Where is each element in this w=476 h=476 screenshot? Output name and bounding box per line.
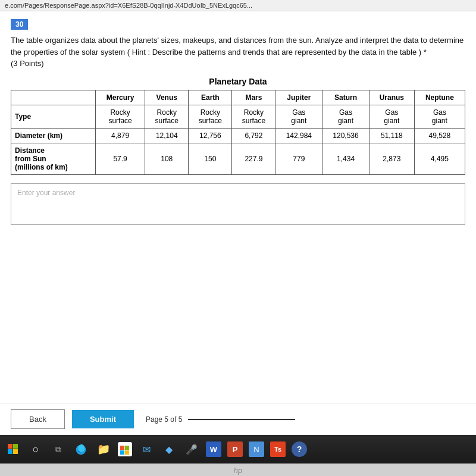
ts-app-icon[interactable]: Ts	[270, 441, 286, 457]
taskbar-left: ○ ⧉ 📁 ✉ ◆ 🎤 W	[5, 441, 307, 458]
svg-rect-2	[8, 449, 12, 454]
uranus-diameter: 51,118	[369, 128, 414, 143]
mars-type: Rockysurface	[232, 105, 275, 128]
svg-rect-3	[13, 449, 18, 454]
saturn-type: Gasgiant	[322, 105, 369, 128]
main-content: 30 The table organizes data about the pl…	[0, 11, 476, 403]
bottom-bar: Back Submit Page 5 of 5	[0, 403, 476, 435]
search-icon[interactable]: ○	[27, 441, 44, 458]
microphone-icon[interactable]: 🎤	[183, 441, 200, 458]
taskbar: ○ ⧉ 📁 ✉ ◆ 🎤 W	[0, 435, 476, 464]
saturn-distance: 1,434	[322, 143, 369, 174]
svg-rect-7	[125, 446, 129, 450]
col-header-venus: Venus	[145, 90, 189, 105]
mail-icon[interactable]: ✉	[138, 441, 155, 458]
venus-type: Rockysurface	[145, 105, 189, 128]
col-header-uranus: Uranus	[369, 90, 414, 105]
mercury-type: Rockysurface	[95, 105, 145, 128]
address-bar[interactable]: e.com/Pages/ResponsePage.aspx?id=X6EfS28…	[0, 0, 476, 11]
url-text: e.com/Pages/ResponsePage.aspx?id=X6EfS28…	[5, 2, 252, 9]
table-row-diameter: Diameter (km) 4,879 12,104 12,756 6,792 …	[11, 128, 465, 143]
table-row-type: Type Rockysurface Rockysurface Rockysurf…	[11, 105, 465, 128]
svg-rect-0	[8, 444, 12, 449]
row-label-diameter: Diameter (km)	[11, 128, 96, 143]
powerpoint-icon[interactable]: P	[227, 441, 243, 457]
mercury-diameter: 4,879	[95, 128, 145, 143]
jupiter-distance: 779	[275, 143, 322, 174]
back-button[interactable]: Back	[11, 409, 65, 429]
col-header-neptune: Neptune	[414, 90, 465, 105]
col-header-jupiter: Jupiter	[275, 90, 322, 105]
earth-diameter: 12,756	[189, 128, 232, 143]
uranus-type: Gasgiant	[369, 105, 414, 128]
saturn-diameter: 120,536	[322, 128, 369, 143]
col-header-saturn: Saturn	[322, 90, 369, 105]
hp-text: hp	[234, 466, 242, 475]
uranus-distance: 2,873	[369, 143, 414, 174]
hp-logo-bar: hp	[0, 464, 476, 476]
answer-input[interactable]: Enter your answer	[11, 183, 465, 225]
blue-app-icon[interactable]: N	[249, 441, 264, 457]
neptune-distance: 4,495	[414, 143, 465, 174]
file-explorer-icon[interactable]: 📁	[95, 441, 112, 458]
earth-distance: 150	[189, 143, 232, 174]
microsoft-store-icon[interactable]	[118, 442, 132, 456]
table-row-distance: Distancefrom Sun(millions of km) 57.9 10…	[11, 143, 465, 174]
page-info-text: Page 5 of 5	[146, 415, 182, 424]
svg-rect-9	[125, 450, 129, 455]
mercury-distance: 57.9	[95, 143, 145, 174]
row-label-distance: Distancefrom Sun(millions of km)	[11, 143, 96, 174]
help-icon[interactable]: ?	[292, 441, 307, 457]
venus-diameter: 12,104	[145, 128, 189, 143]
svg-point-5	[78, 444, 84, 452]
col-header-mercury: Mercury	[95, 90, 145, 105]
table-title: Planetary Data	[11, 77, 465, 86]
page-info: Page 5 of 5	[146, 415, 295, 424]
page-progress-line	[188, 419, 295, 420]
submit-button[interactable]: Submit	[72, 410, 134, 428]
jupiter-type: Gasgiant	[275, 105, 322, 128]
earth-type: Rockysurface	[189, 105, 232, 128]
svg-rect-1	[13, 444, 18, 449]
answer-placeholder: Enter your answer	[17, 189, 75, 197]
dropbox-icon[interactable]: ◆	[161, 441, 177, 458]
mars-diameter: 6,792	[232, 128, 275, 143]
venus-distance: 108	[145, 143, 189, 174]
question-badge: 30	[11, 19, 28, 30]
planetary-data-table: Mercury Venus Earth Mars Jupiter Saturn …	[11, 90, 465, 175]
neptune-type: Gasgiant	[414, 105, 465, 128]
neptune-diameter: 49,528	[414, 128, 465, 143]
question-text: The table organizes data about the plane…	[11, 35, 465, 70]
col-header-earth: Earth	[189, 90, 232, 105]
row-label-type: Type	[11, 105, 96, 128]
word-icon[interactable]: W	[206, 441, 221, 457]
col-header-mars: Mars	[232, 90, 275, 105]
svg-rect-8	[120, 450, 124, 455]
windows-start-icon[interactable]	[5, 441, 21, 458]
edge-browser-icon[interactable]	[73, 441, 89, 458]
mars-distance: 227.9	[232, 143, 275, 174]
task-view-icon[interactable]: ⧉	[50, 441, 67, 458]
jupiter-diameter: 142,984	[275, 128, 322, 143]
svg-rect-6	[120, 446, 124, 450]
col-header-empty	[11, 90, 96, 105]
